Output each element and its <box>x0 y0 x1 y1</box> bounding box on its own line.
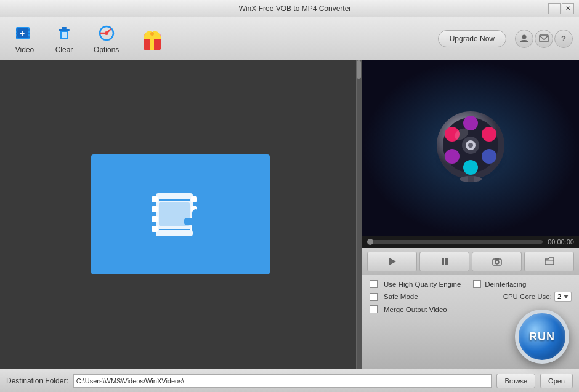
window-controls: – ✕ <box>548 3 574 14</box>
svg-rect-41 <box>159 202 190 226</box>
svg-text:+: + <box>20 28 25 38</box>
svg-point-45 <box>463 116 478 130</box>
snapshot-button[interactable] <box>472 252 522 271</box>
safe-mode-label: Safe Mode <box>384 293 418 300</box>
svg-rect-5 <box>16 36 18 38</box>
toolbar: + Video Clear <box>0 17 579 60</box>
film-reel-icon <box>431 108 511 188</box>
merge-output-checkbox[interactable] <box>370 305 378 313</box>
trash-icon <box>54 23 74 43</box>
options-button[interactable]: Options <box>85 20 128 58</box>
svg-rect-29 <box>152 196 158 202</box>
run-button[interactable]: RUN <box>515 310 569 364</box>
time-display: 00:00:00 <box>548 238 574 246</box>
svg-rect-7 <box>28 33 30 34</box>
cpu-core-label: CPU Core Use: <box>503 293 552 300</box>
svg-rect-40 <box>192 209 200 234</box>
svg-rect-55 <box>468 176 474 182</box>
svg-rect-8 <box>28 36 30 38</box>
window-title: WinX Free VOB to MP4 Converter <box>42 4 548 13</box>
minimize-button[interactable]: – <box>548 3 561 14</box>
merge-output-label: Merge Output Video <box>384 306 447 313</box>
svg-point-25 <box>150 32 154 36</box>
svg-rect-31 <box>152 216 158 222</box>
svg-point-47 <box>482 149 496 164</box>
svg-rect-11 <box>62 27 67 29</box>
svg-rect-33 <box>191 196 197 202</box>
progress-track[interactable] <box>367 240 543 244</box>
svg-point-46 <box>482 127 496 142</box>
main-content: 00:00:00 <box>0 60 579 369</box>
gift-button[interactable] <box>132 23 172 55</box>
upgrade-button[interactable]: Upgrade Now <box>438 30 506 47</box>
destination-label: Destination Folder: <box>6 377 68 385</box>
open-folder-button[interactable] <box>524 252 574 271</box>
svg-point-26 <box>522 34 527 39</box>
scrollbar[interactable] <box>356 60 361 369</box>
player-controls <box>362 248 579 275</box>
play-button[interactable] <box>367 252 417 271</box>
svg-rect-27 <box>540 35 548 42</box>
help-button[interactable]: ? <box>554 30 573 48</box>
options-label: Options <box>94 46 119 54</box>
svg-point-18 <box>105 31 108 35</box>
svg-rect-30 <box>152 206 158 212</box>
clear-label: Clear <box>55 46 73 54</box>
option-row-2: Safe Mode CPU Core Use: 2 <box>370 292 572 302</box>
clear-button[interactable]: Clear <box>46 20 83 58</box>
bottom-bar: Destination Folder: Browse Open <box>0 369 579 392</box>
cpu-core-select: CPU Core Use: 2 <box>503 292 572 302</box>
video-button[interactable]: + Video <box>6 20 43 58</box>
title-bar: WinX Free VOB to MP4 Converter – ✕ <box>0 0 579 17</box>
close-button[interactable]: ✕ <box>562 3 574 14</box>
svg-point-49 <box>445 149 460 164</box>
svg-point-61 <box>495 260 499 264</box>
svg-rect-3 <box>16 29 18 31</box>
option-row-1: Use High Quality Engine Deinterlacing <box>370 280 572 288</box>
svg-rect-4 <box>16 33 18 34</box>
video-icon: + <box>15 23 34 43</box>
mail-button[interactable] <box>535 30 553 48</box>
cpu-value-select[interactable]: 2 <box>554 292 572 302</box>
high-quality-checkbox[interactable] <box>370 280 378 288</box>
svg-rect-10 <box>59 29 70 31</box>
svg-rect-62 <box>495 258 499 260</box>
user-button[interactable] <box>515 30 533 48</box>
svg-rect-59 <box>445 258 448 265</box>
run-area: RUN <box>362 322 579 369</box>
right-panel: 00:00:00 <box>362 60 579 369</box>
svg-rect-37 <box>159 199 190 201</box>
pause-button[interactable] <box>419 252 469 271</box>
browse-button[interactable]: Browse <box>496 374 535 388</box>
scrollbar-thumb[interactable] <box>357 60 361 79</box>
deinterlacing-checkbox[interactable] <box>473 280 481 288</box>
progress-bar-area: 00:00:00 <box>362 236 579 248</box>
destination-input[interactable] <box>73 374 492 388</box>
gift-icon <box>139 25 166 52</box>
safe-mode-checkbox[interactable] <box>370 293 378 301</box>
svg-rect-6 <box>28 29 30 31</box>
options-icon <box>97 23 116 43</box>
svg-rect-58 <box>442 258 444 265</box>
svg-rect-38 <box>159 229 190 230</box>
svg-marker-57 <box>389 258 396 265</box>
video-label: Video <box>15 46 34 54</box>
svg-rect-32 <box>152 226 158 232</box>
progress-thumb[interactable] <box>367 239 373 245</box>
left-panel <box>0 60 362 369</box>
svg-marker-63 <box>564 295 569 298</box>
high-quality-label: Use High Quality Engine <box>384 281 461 288</box>
deinterlacing-label: Deinterlacing <box>485 281 526 288</box>
add-video-placeholder[interactable] <box>91 154 270 274</box>
svg-point-53 <box>468 143 473 148</box>
open-button[interactable]: Open <box>540 374 573 388</box>
preview-area <box>362 60 579 236</box>
header-icon-buttons: ? <box>515 30 573 48</box>
svg-point-48 <box>463 160 478 175</box>
